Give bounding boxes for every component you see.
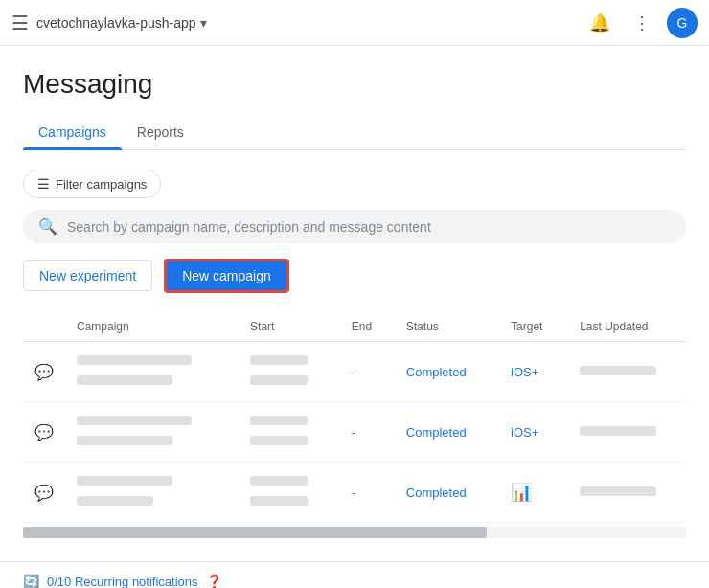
hamburger-icon[interactable]: ☰	[11, 11, 29, 34]
search-icon: 🔍	[38, 217, 57, 236]
col-campaign: Campaign	[65, 312, 239, 342]
new-experiment-button[interactable]: New experiment	[23, 260, 152, 291]
filter-campaigns-button[interactable]: ☰ Filter campaigns	[23, 170, 161, 198]
row-start-cell	[239, 402, 340, 463]
bottom-bar: 🔄 0/10 Recurring notifications ❓	[0, 561, 709, 588]
campaigns-table: Campaign Start End Status Target Last Up…	[23, 312, 686, 523]
main-content: ☰ Filter campaigns 🔍 New experiment New …	[0, 150, 709, 561]
table-row: 💬 - Completed 📊	[23, 463, 686, 523]
topbar-left: ☰ cvetochnaylavka-push-app ▾	[11, 11, 583, 34]
row-campaign-cell	[65, 402, 239, 463]
row-updated-cell	[568, 402, 686, 463]
row-campaign-cell	[65, 342, 239, 402]
message-icon: 💬	[34, 364, 54, 380]
row-end-cell: -	[340, 342, 395, 402]
horizontal-scrollbar[interactable]	[23, 527, 686, 538]
more-vertical-icon[interactable]: ⋮	[625, 6, 659, 40]
row-icon-cell: 💬	[23, 463, 65, 523]
status-badge: Completed	[406, 425, 467, 440]
row-start-cell	[239, 342, 340, 402]
col-last-updated: Last Updated	[568, 312, 686, 342]
row-campaign-cell	[65, 463, 239, 523]
help-icon[interactable]: ❓	[206, 574, 222, 588]
new-campaign-button[interactable]: New campaign	[164, 259, 289, 293]
topbar: ☰ cvetochnaylavka-push-app ▾ 🔔 ⋮ G	[0, 0, 709, 46]
bell-icon[interactable]: 🔔	[583, 6, 617, 40]
row-status-cell: Completed	[395, 342, 499, 402]
row-start-cell	[239, 463, 340, 523]
message-icon: 💬	[34, 485, 54, 501]
status-badge: Completed	[406, 486, 467, 500]
status-badge: Completed	[406, 365, 467, 379]
row-end-cell: -	[340, 463, 395, 523]
col-end: End	[340, 312, 395, 342]
col-start: Start	[239, 312, 340, 342]
tab-reports[interactable]: Reports	[122, 115, 199, 149]
col-status: Status	[395, 312, 499, 342]
row-icon-cell: 💬	[23, 342, 65, 402]
row-updated-cell	[568, 463, 686, 523]
campaigns-table-container: Campaign Start End Status Target Last Up…	[23, 312, 686, 523]
row-target-cell: iOS+	[499, 342, 568, 402]
tabs-container: Campaigns Reports	[23, 115, 686, 150]
col-icon	[23, 312, 65, 342]
table-row: 💬 - Completed iOS+	[23, 402, 686, 463]
table-header-row: Campaign Start End Status Target Last Up…	[23, 312, 686, 342]
recurring-icon: 🔄	[23, 574, 39, 588]
target-android-badge: 📊	[511, 483, 532, 502]
row-target-cell: 📊	[499, 463, 568, 523]
avatar[interactable]: G	[667, 8, 698, 38]
scroll-area[interactable]: ‹	[23, 527, 686, 538]
filter-row: ☰ Filter campaigns	[23, 170, 686, 198]
table-row: 💬 - Completed iOS+	[23, 342, 686, 402]
recurring-notifications-link[interactable]: 0/10 Recurring notifications	[47, 575, 198, 589]
scroll-thumb	[23, 527, 487, 538]
message-icon: 💬	[34, 424, 54, 441]
tab-campaigns[interactable]: Campaigns	[23, 115, 122, 149]
topbar-right: 🔔 ⋮ G	[583, 6, 698, 40]
col-target: Target	[499, 312, 568, 342]
search-input[interactable]	[67, 219, 671, 235]
page-header: Messaging	[0, 46, 709, 100]
row-end-cell: -	[340, 402, 395, 463]
row-target-cell: iOS+	[499, 402, 568, 463]
target-ios-badge: iOS+	[511, 425, 538, 440]
row-icon-cell: 💬	[23, 402, 65, 463]
filter-icon: ☰	[37, 176, 50, 192]
target-ios-badge: iOS+	[511, 365, 538, 379]
row-status-cell: Completed	[395, 463, 499, 523]
app-name-text: cvetochnaylavka-push-app	[36, 15, 196, 31]
row-updated-cell	[568, 342, 686, 402]
search-bar: 🔍	[23, 210, 686, 243]
page-title: Messaging	[23, 69, 686, 100]
action-row: New experiment New campaign	[23, 259, 686, 293]
row-status-cell: Completed	[395, 402, 499, 463]
dropdown-icon[interactable]: ▾	[200, 15, 207, 31]
app-name: cvetochnaylavka-push-app ▾	[36, 15, 207, 31]
